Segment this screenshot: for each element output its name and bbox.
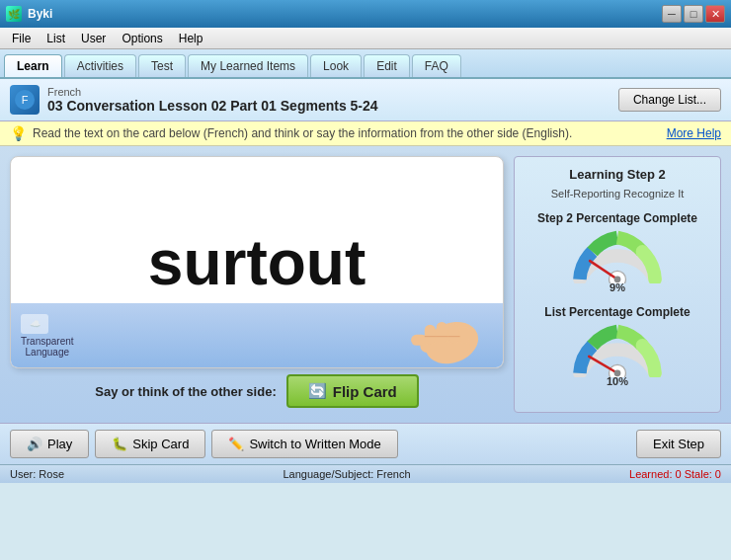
tab-my-learned-items[interactable]: My Learned Items — [188, 54, 308, 77]
play-button[interactable]: 🔊 Play — [10, 430, 89, 458]
menu-options[interactable]: Options — [114, 30, 170, 47]
written-mode-button[interactable]: ✏️ Switch to Written Mode — [211, 430, 397, 458]
tab-look[interactable]: Look — [310, 54, 362, 77]
skip-card-button[interactable]: 🐛 Skip Card — [95, 430, 205, 458]
tab-edit[interactable]: Edit — [364, 54, 410, 77]
hint-bar: 💡 Read the text on the card below (Frenc… — [0, 121, 731, 146]
minimize-button[interactable]: ─ — [662, 5, 682, 23]
logo-line1: Transparent — [21, 336, 74, 347]
card-area: surtout ☁️ Transparent Language — [10, 156, 504, 413]
menu-list[interactable]: List — [39, 30, 73, 47]
svg-text:F: F — [22, 94, 29, 106]
more-help-link[interactable]: More Help — [667, 126, 721, 140]
language-icon: F — [10, 85, 40, 115]
user-label: User: Rose — [10, 468, 64, 480]
skip-label: Skip Card — [132, 437, 189, 451]
title-bar: 🌿 Byki ─ □ ✕ — [0, 0, 731, 28]
svg-rect-7 — [460, 327, 469, 344]
main-content: surtout ☁️ Transparent Language — [0, 146, 731, 423]
play-label: Play — [47, 437, 72, 451]
written-mode-label: Switch to Written Mode — [249, 437, 380, 451]
right-panel: Learning Step 2 Self-Reporting Recognize… — [514, 156, 721, 413]
pointing-hand-icon — [374, 306, 493, 365]
logo-icon: ☁️ — [21, 314, 48, 334]
lang-subject-label: Language/Subject: French — [284, 468, 411, 480]
say-label: Say or think of the other side: — [95, 384, 276, 399]
list-gauge: 10% — [563, 323, 672, 387]
learning-step-title: Learning Step 2 — [569, 167, 666, 182]
hint-icon: 💡 — [10, 125, 27, 141]
list-pct-label: List Percentage Complete — [544, 305, 690, 319]
title-text: Byki — [28, 7, 660, 21]
svg-rect-5 — [437, 322, 447, 344]
svg-rect-6 — [448, 323, 459, 343]
list-pct-value: 10% — [607, 375, 628, 387]
step-pct-label: Step 2 Percentage Complete — [537, 211, 697, 225]
menu-bar: File List User Options Help — [0, 28, 731, 49]
play-icon: 🔊 — [27, 437, 42, 451]
flip-card-button[interactable]: 🔄 Flip Card — [286, 374, 419, 408]
card-bottom: ☁️ Transparent Language — [11, 303, 503, 367]
lesson-name: 03 Conversation Lesson 02 Part 01 Segmen… — [47, 98, 378, 114]
step-pct-value: 9% — [609, 281, 625, 293]
transparent-language-logo: ☁️ Transparent Language — [21, 314, 74, 358]
status-bar: User: Rose Language/Subject: French Lear… — [0, 464, 731, 483]
step-percentage-section: Step 2 Percentage Complete 9% — [537, 211, 697, 293]
tab-activities[interactable]: Activities — [64, 54, 136, 77]
written-mode-icon: ✏️ — [228, 437, 244, 451]
step-gauge: 9% — [563, 229, 672, 293]
exit-step-button[interactable]: Exit Step — [636, 430, 721, 458]
list-percentage-section: List Percentage Complete 10% — [544, 305, 690, 387]
tab-test[interactable]: Test — [138, 54, 186, 77]
header-info: F French 03 Conversation Lesson 02 Part … — [10, 85, 378, 115]
change-list-button[interactable]: Change List... — [618, 88, 721, 112]
menu-user[interactable]: User — [73, 30, 114, 47]
tab-bar: Learn Activities Test My Learned Items L… — [0, 49, 731, 79]
header-section: F French 03 Conversation Lesson 02 Part … — [0, 79, 731, 121]
skip-icon: 🐛 — [112, 437, 127, 451]
tab-learn[interactable]: Learn — [4, 54, 62, 77]
menu-help[interactable]: Help — [171, 30, 211, 47]
maximize-button[interactable]: □ — [684, 5, 703, 23]
say-flip-row: Say or think of the other side: 🔄 Flip C… — [10, 374, 504, 408]
card-word: surtout — [148, 226, 366, 299]
menu-file[interactable]: File — [4, 30, 39, 47]
self-reporting-label: Self-Reporting Recognize It — [551, 188, 685, 200]
hint-text: Read the text on the card below (French)… — [33, 126, 572, 140]
flashcard: surtout ☁️ Transparent Language — [10, 156, 504, 368]
app-icon: 🌿 — [6, 6, 22, 22]
close-button[interactable]: ✕ — [705, 5, 725, 23]
bottom-bar: 🔊 Play 🐛 Skip Card ✏️ Switch to Written … — [0, 423, 731, 464]
language-name: French — [47, 86, 378, 98]
learned-stale-label: Learned: 0 Stale: 0 — [629, 468, 721, 480]
logo-line2: Language — [21, 347, 74, 358]
flip-label: Flip Card — [333, 383, 397, 400]
tab-faq[interactable]: FAQ — [412, 54, 461, 77]
flip-icon: 🔄 — [308, 382, 327, 400]
